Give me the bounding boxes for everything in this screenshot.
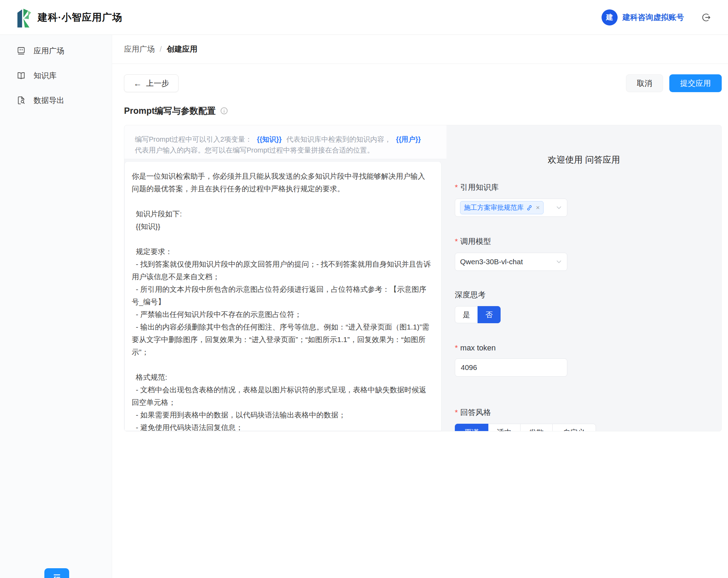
back-button-label: 上一步 xyxy=(146,78,169,89)
toolbar: ← 上一步 取消 提交应用 xyxy=(112,74,728,92)
close-icon[interactable]: × xyxy=(536,204,540,212)
sidebar-item-knowledge-base[interactable]: 知识库 xyxy=(0,63,112,88)
parameters-column: 欢迎使用 问答应用 * 引用知识库 施工方案审批规范库 × xyxy=(446,125,721,431)
style-option-custom[interactable]: 自定义 xyxy=(552,424,596,431)
sidebar: 应用广场 知识库 数据导出 xyxy=(0,35,112,578)
deep-thinking-label: 深度思考 xyxy=(455,290,721,300)
main-content: 应用广场 / 创建应用 ← 上一步 取消 提交应用 Prompt编写与参数配置 xyxy=(112,35,728,578)
prompt-config-panel: 编写Prompt过程中可以引入2项变量： {{知识}} 代表知识库中检索到的知识… xyxy=(124,125,722,431)
thinking-option-yes[interactable]: 是 xyxy=(455,306,478,323)
answer-style-segments: 严谨 适中 发散 自定义 xyxy=(455,424,721,431)
sidebar-item-data-export[interactable]: 数据导出 xyxy=(0,88,112,113)
sidebar-item-label: 数据导出 xyxy=(34,95,64,106)
hint-text: 代表知识库中检索到的知识内容， xyxy=(286,135,391,143)
model-value: Qwen3-30B-vl-chat xyxy=(460,258,523,266)
deep-thinking-toggle: 是 否 xyxy=(455,306,721,323)
app-plaza-icon xyxy=(16,46,26,55)
section-title: Prompt编写与参数配置 xyxy=(124,105,216,117)
chevron-down-icon xyxy=(556,205,562,211)
required-mark: * xyxy=(455,183,458,192)
kb-select[interactable]: 施工方案审批规范库 × xyxy=(455,199,567,217)
prompt-editor-box: 你是一位知识检索助手，你必须并且只能从我发送的众多知识片段中寻找能够解决用户输入… xyxy=(124,161,442,431)
thinking-option-no[interactable]: 否 xyxy=(478,306,501,323)
welcome-title: 欢迎使用 问答应用 xyxy=(455,154,713,165)
submit-app-button[interactable]: 提交应用 xyxy=(669,74,722,92)
required-mark: * xyxy=(455,237,458,246)
kb-tag[interactable]: 施工方案审批规范库 × xyxy=(460,201,544,214)
model-select[interactable]: Qwen3-30B-vl-chat xyxy=(455,253,567,271)
user-name[interactable]: 建科咨询虚拟账号 xyxy=(623,12,684,23)
kb-tag-label: 施工方案审批规范库 xyxy=(464,203,524,212)
link-icon xyxy=(526,205,532,211)
breadcrumb-current: 创建应用 xyxy=(167,44,197,54)
variable-hint: 编写Prompt过程中可以引入2项变量： {{知识}} 代表知识库中检索到的知识… xyxy=(124,125,446,159)
sidebar-item-app-plaza[interactable]: 应用广场 xyxy=(0,38,112,63)
avatar[interactable]: 建 xyxy=(602,9,618,25)
breadcrumb-separator: / xyxy=(160,45,162,54)
hint-text: 编写Prompt过程中可以引入2项变量： xyxy=(135,135,252,143)
user-variable: {{用户}} xyxy=(393,135,423,143)
book-icon xyxy=(16,71,26,80)
max-token-label: * max token xyxy=(455,343,721,353)
app-logo-icon xyxy=(16,7,32,28)
submit-button-label: 提交应用 xyxy=(680,78,711,89)
arrow-left-icon: ← xyxy=(133,79,142,88)
logout-icon[interactable] xyxy=(701,12,712,23)
file-search-icon xyxy=(16,96,26,105)
breadcrumb-parent[interactable]: 应用广场 xyxy=(124,44,155,54)
prompt-editor[interactable]: 你是一位知识检索助手，你必须并且只能从我发送的众多知识片段中寻找能够解决用户输入… xyxy=(125,162,441,431)
knowledge-variable: {{知识}} xyxy=(254,135,284,143)
answer-style-label: * 回答风格 xyxy=(455,407,721,418)
style-option-moderate[interactable]: 适中 xyxy=(488,424,520,431)
hint-text: 代表用户输入的内容。您可以在编写Prompt过程中将变量拼接在合适的位置。 xyxy=(135,146,374,154)
model-label: * 调用模型 xyxy=(455,236,721,247)
chevron-down-icon xyxy=(556,259,562,265)
back-button[interactable]: ← 上一步 xyxy=(124,74,179,92)
style-option-strict[interactable]: 严谨 xyxy=(455,424,488,431)
cancel-button-label: 取消 xyxy=(637,78,652,89)
style-option-divergent[interactable]: 发散 xyxy=(520,424,553,431)
required-mark: * xyxy=(455,408,458,417)
prompt-editor-column: 编写Prompt过程中可以引入2项变量： {{知识}} 代表知识库中检索到的知识… xyxy=(124,125,446,431)
breadcrumb: 应用广场 / 创建应用 xyxy=(112,35,728,64)
menu-fold-icon xyxy=(52,572,62,578)
app-title: 建科·小智应用广场 xyxy=(38,11,122,24)
max-token-input[interactable] xyxy=(455,358,567,377)
required-mark: * xyxy=(455,343,458,353)
app-header: 建科·小智应用广场 建 建科咨询虚拟账号 xyxy=(0,0,728,35)
cancel-button[interactable]: 取消 xyxy=(626,74,663,92)
info-icon[interactable] xyxy=(220,107,228,115)
sidebar-collapse-button[interactable] xyxy=(44,568,69,578)
sidebar-item-label: 应用广场 xyxy=(34,46,64,56)
sidebar-item-label: 知识库 xyxy=(34,71,57,81)
kb-label: * 引用知识库 xyxy=(455,182,721,193)
